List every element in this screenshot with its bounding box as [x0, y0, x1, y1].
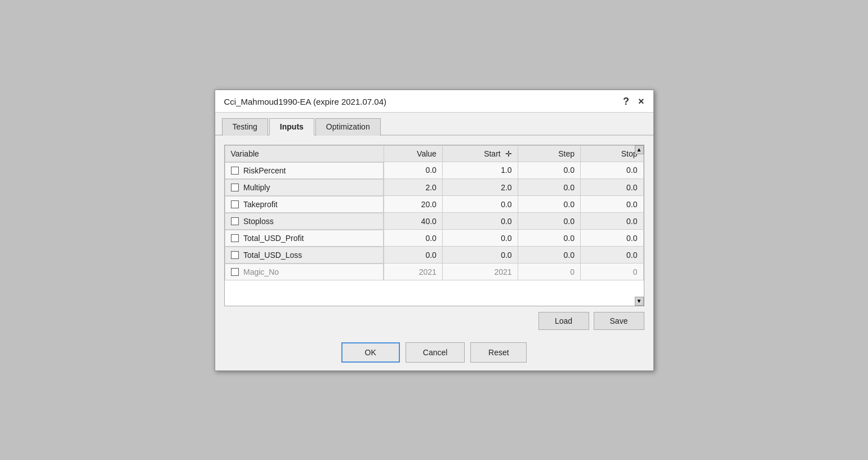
start-cell[interactable]: 0.0	[442, 247, 518, 264]
inputs-table: Variable Value Start ✛ Step	[225, 145, 644, 281]
stop-cell[interactable]: 0.0	[581, 179, 643, 196]
table-row: Magic_No2021202100	[225, 264, 643, 280]
table-row: Total_USD_Profit0.00.00.00.0	[225, 230, 643, 247]
col-header-variable: Variable	[225, 145, 384, 162]
save-button[interactable]: Save	[594, 312, 644, 330]
step-cell[interactable]: 0.0	[518, 179, 580, 196]
cancel-button[interactable]: Cancel	[406, 342, 465, 363]
stop-cell[interactable]: 0.0	[581, 196, 643, 213]
table-row: RiskPercent0.01.00.00.0	[225, 162, 643, 179]
footer-buttons: OK Cancel Reset	[215, 337, 653, 370]
table-wrapper[interactable]: Variable Value Start ✛ Step	[225, 145, 644, 281]
variable-name: Magic_No	[243, 267, 279, 276]
stop-cell[interactable]: 0.0	[581, 247, 643, 264]
scroll-up-button[interactable]: ▲	[635, 145, 644, 154]
variable-name: Multiply	[243, 183, 270, 192]
tab-optimization[interactable]: Optimization	[315, 118, 381, 136]
col-header-step: Step	[518, 145, 580, 162]
title-bar: Cci_Mahmoud1990-EA (expire 2021.07.04) ?…	[215, 90, 653, 113]
row-checkbox[interactable]	[231, 251, 239, 259]
value-cell[interactable]: 0.0	[384, 247, 442, 264]
col-header-stop: Stop	[581, 145, 643, 162]
variable-name: Total_USD_Loss	[243, 251, 302, 260]
step-cell[interactable]: 0.0	[518, 230, 580, 247]
content-area: Variable Value Start ✛ Step	[215, 136, 653, 337]
stop-cell[interactable]: 0.0	[581, 213, 643, 230]
value-cell[interactable]: 40.0	[384, 213, 442, 230]
title-bar-controls: ? ×	[623, 96, 644, 108]
row-checkbox[interactable]	[231, 200, 239, 208]
value-cell[interactable]: 0.0	[384, 162, 442, 179]
reset-button[interactable]: Reset	[470, 342, 527, 363]
start-cell[interactable]: 0.0	[442, 213, 518, 230]
scroll-down-button[interactable]: ▼	[635, 297, 644, 306]
col-header-start: Start ✛	[442, 145, 518, 162]
close-button[interactable]: ×	[638, 96, 644, 108]
step-cell[interactable]: 0.0	[518, 162, 580, 179]
start-cell[interactable]: 0.0	[442, 196, 518, 213]
variable-cell: Magic_No	[225, 264, 384, 280]
table-container: Variable Value Start ✛ Step	[224, 145, 644, 306]
value-cell[interactable]: 2.0	[384, 179, 442, 196]
table-row: Multiply2.02.00.00.0	[225, 179, 643, 196]
row-checkbox[interactable]	[231, 268, 239, 276]
col-header-value: Value	[384, 145, 442, 162]
row-checkbox[interactable]	[231, 234, 239, 242]
start-cell[interactable]: 2021	[442, 264, 518, 280]
variable-name: Stoploss	[243, 217, 274, 226]
tabs-area: Testing Inputs Optimization	[215, 113, 653, 136]
stop-cell[interactable]: 0	[581, 264, 643, 280]
value-cell[interactable]: 20.0	[384, 196, 442, 213]
row-checkbox[interactable]	[231, 184, 239, 191]
load-button[interactable]: Load	[538, 312, 589, 330]
stop-cell[interactable]: 0.0	[581, 230, 643, 247]
window-title: Cci_Mahmoud1990-EA (expire 2021.07.04)	[224, 97, 387, 106]
stop-cell[interactable]: 0.0	[581, 162, 643, 179]
table-row: Total_USD_Loss0.00.00.00.0	[225, 247, 643, 264]
table-row: Stoploss40.00.00.00.0	[225, 213, 643, 230]
start-cell[interactable]: 1.0	[442, 162, 518, 179]
step-cell[interactable]: 0.0	[518, 213, 580, 230]
value-cell[interactable]: 0.0	[384, 230, 442, 247]
variable-cell: Stoploss	[225, 213, 384, 230]
tab-testing[interactable]: Testing	[222, 118, 268, 136]
resize-handle-icon[interactable]: ✛	[505, 149, 512, 158]
variable-cell: Total_USD_Profit	[225, 230, 384, 247]
dialog-window: Cci_Mahmoud1990-EA (expire 2021.07.04) ?…	[215, 90, 654, 371]
variable-cell: RiskPercent	[225, 162, 384, 179]
variable-cell: Multiply	[225, 179, 384, 196]
step-cell[interactable]: 0.0	[518, 196, 580, 213]
variable-name: Takeprofit	[243, 200, 278, 209]
variable-cell: Total_USD_Loss	[225, 247, 384, 264]
row-checkbox[interactable]	[231, 167, 239, 175]
table-row: Takeprofit20.00.00.00.0	[225, 196, 643, 213]
value-cell[interactable]: 2021	[384, 264, 442, 280]
variable-name: Total_USD_Profit	[243, 234, 304, 243]
start-cell[interactable]: 0.0	[442, 230, 518, 247]
step-cell[interactable]: 0.0	[518, 247, 580, 264]
row-checkbox[interactable]	[231, 217, 239, 225]
table-header-row: Variable Value Start ✛ Step	[225, 145, 643, 162]
load-save-area: Load Save	[224, 312, 644, 330]
start-cell[interactable]: 2.0	[442, 179, 518, 196]
ok-button[interactable]: OK	[341, 342, 400, 363]
tab-inputs[interactable]: Inputs	[269, 118, 314, 136]
variable-cell: Takeprofit	[225, 196, 384, 213]
variable-name: RiskPercent	[243, 166, 286, 175]
help-button[interactable]: ?	[623, 96, 629, 108]
step-cell[interactable]: 0	[518, 264, 580, 280]
